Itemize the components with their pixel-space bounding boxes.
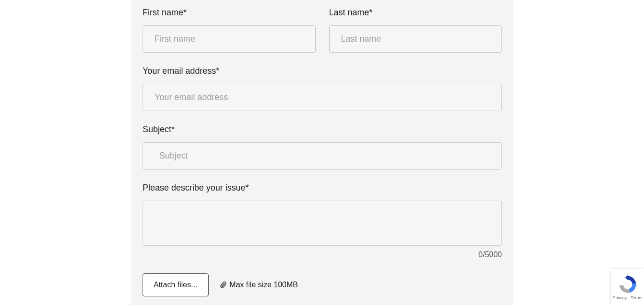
file-size-text: Max file size 100MB (230, 281, 298, 289)
subject-group: Subject* (143, 124, 502, 169)
paperclip-icon (220, 282, 227, 288)
description-label: Please describe your issue* (143, 183, 502, 193)
attach-files-button[interactable]: Attach files... (143, 273, 209, 296)
description-group: Please describe your issue* 0/5000 (143, 183, 502, 259)
first-name-group: First name* (143, 8, 316, 53)
subject-label: Subject* (143, 124, 502, 135)
svg-marker-0 (625, 275, 627, 280)
description-textarea[interactable] (143, 201, 502, 246)
char-counter: 0/5000 (143, 250, 502, 259)
last-name-input[interactable] (329, 25, 502, 53)
last-name-group: Last name* (329, 8, 502, 53)
first-name-input[interactable] (143, 25, 316, 53)
recaptcha-links[interactable]: Privacy - Terms (613, 295, 643, 300)
email-input[interactable] (143, 84, 502, 111)
recaptcha-badge[interactable]: Privacy - Terms (611, 269, 644, 305)
first-name-label: First name* (143, 8, 316, 18)
contact-form-container: First name* Last name* Your email addres… (131, 0, 513, 305)
subject-input[interactable] (143, 142, 502, 169)
attach-row: Attach files... Max file size 100MB (143, 273, 502, 296)
email-group: Your email address* (143, 66, 502, 111)
recaptcha-logo-icon (618, 274, 638, 294)
email-label: Your email address* (143, 66, 502, 76)
last-name-label: Last name* (329, 8, 502, 18)
file-size-note: Max file size 100MB (220, 281, 298, 289)
